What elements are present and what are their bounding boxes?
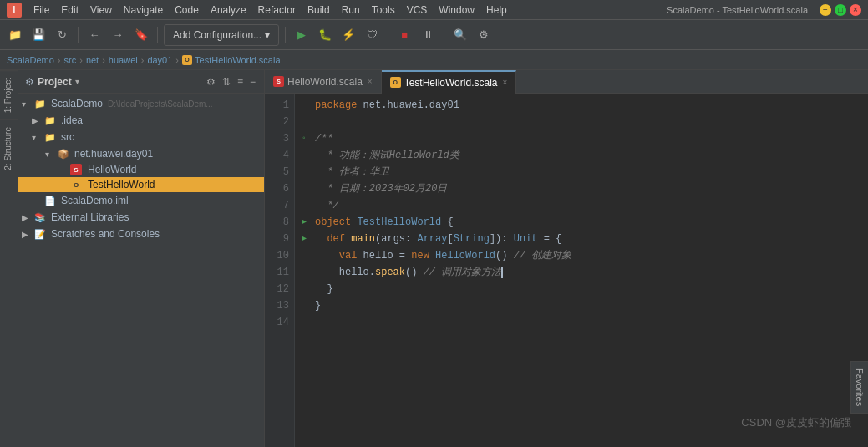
run-button[interactable]: ▶ xyxy=(292,25,312,45)
menu-file[interactable]: File xyxy=(28,3,54,18)
tab-testhelloworld-label: TestHelloWorld.scala xyxy=(404,77,498,89)
breadcrumb-day01[interactable]: day01 xyxy=(147,55,172,65)
line-number-5: 5 xyxy=(265,164,289,180)
breadcrumb-net[interactable]: net xyxy=(86,55,99,65)
code-editor[interactable]: 1234567891011121314 package net.huawei.d… xyxy=(265,94,868,447)
tree-item-package[interactable]: ▾ 📦 net.huawei.day01 xyxy=(18,145,264,162)
minimize-button[interactable]: − xyxy=(820,4,831,16)
panel-icon-cog: ⚙ xyxy=(25,76,34,88)
add-configuration-button[interactable]: Add Configuration... ▾ xyxy=(164,24,279,46)
token-plain: () xyxy=(405,264,424,281)
menu-code[interactable]: Code xyxy=(170,3,204,18)
separator-2 xyxy=(157,27,158,43)
extlibs-icon: 📚 xyxy=(33,211,47,224)
panel-settings-icon[interactable]: ≡ xyxy=(236,74,245,89)
tree-item-scratches[interactable]: ▶ 📝 Scratches and Consoles xyxy=(18,226,264,242)
menu-edit[interactable]: Edit xyxy=(56,3,84,18)
token-plain: } xyxy=(315,281,333,297)
breadcrumb-scalademo[interactable]: ScalaDemo xyxy=(7,55,54,65)
back-button[interactable]: ← xyxy=(84,25,104,45)
line-marker-8[interactable]: ▶ xyxy=(302,214,315,231)
tree-item-iml[interactable]: ▶ 📄 ScalaDemo.iml xyxy=(18,192,264,209)
menu-help[interactable]: Help xyxy=(481,3,512,18)
tab-testhelloworld[interactable]: O TestHelloWorld.scala × xyxy=(382,70,517,94)
menu-analyze[interactable]: Analyze xyxy=(206,3,251,18)
stop-button[interactable]: ■ xyxy=(394,25,414,45)
maximize-button[interactable]: □ xyxy=(835,4,846,16)
tree-item-root[interactable]: ▾ 📁 ScalaDemo D:\IdeaProjects\ScalaDem..… xyxy=(18,95,264,112)
scratches-arrow: ▶ xyxy=(22,230,32,239)
breadcrumb-file[interactable]: TestHelloWorld.scala xyxy=(195,55,281,65)
tree-item-idea[interactable]: ▶ 📁 .idea xyxy=(18,112,264,129)
tree-item-helloworld[interactable]: ▶ S HelloWorld xyxy=(18,162,264,177)
breadcrumb-huawei[interactable]: huawei xyxy=(109,55,138,65)
line-numbers: 1234567891011121314 xyxy=(265,94,295,447)
save-button[interactable]: 💾 xyxy=(28,25,48,45)
tree-item-testhelloworld[interactable]: ▶ O TestHelloWorld xyxy=(18,177,264,192)
panel-gear-icon[interactable]: ⚙ xyxy=(205,74,217,89)
tab-helloworld[interactable]: S HelloWorld.scala × xyxy=(265,70,382,94)
package-icon: 📦 xyxy=(57,147,70,160)
breadcrumb-sep-1: › xyxy=(58,55,61,65)
token-plain: } xyxy=(315,297,321,314)
token-kw: package xyxy=(315,97,357,114)
token-plain: hello. xyxy=(315,264,375,281)
line-marker-9[interactable]: ▶ xyxy=(302,231,315,247)
menu-refactor[interactable]: Refactor xyxy=(253,3,301,18)
code-content[interactable]: package net.huawei.day01◦/** * 功能：测试Hell… xyxy=(295,94,868,447)
code-line-2 xyxy=(302,114,861,130)
project-tab[interactable]: 1: Project xyxy=(0,70,18,119)
line-number-4: 4 xyxy=(265,147,289,164)
menu-tools[interactable]: Tools xyxy=(367,3,400,18)
tab-helloworld-label: HelloWorld.scala xyxy=(287,76,363,88)
testhelloworld-name: TestHelloWorld xyxy=(88,179,155,190)
panel-header: ⚙ Project ▾ ⚙ ⇅ ≡ − xyxy=(18,70,264,94)
menu-run[interactable]: Run xyxy=(337,3,365,18)
menu-build[interactable]: Build xyxy=(302,3,335,18)
open-folder-button[interactable]: 📁 xyxy=(5,25,25,45)
tree-item-extlibs[interactable]: ▶ 📚 External Libraries xyxy=(18,209,264,226)
scratches-icon: 📝 xyxy=(33,227,47,241)
separator-1 xyxy=(78,27,79,43)
forward-button[interactable]: → xyxy=(108,25,128,45)
token-cn: TestHelloWorld xyxy=(357,214,441,231)
src-folder-icon: 📁 xyxy=(43,130,57,144)
debug-button[interactable]: 🐛 xyxy=(315,25,335,45)
menu-view[interactable]: View xyxy=(85,3,117,18)
tab-helloworld-close[interactable]: × xyxy=(368,77,373,86)
menu-navigate[interactable]: Navigate xyxy=(119,3,168,18)
search-everywhere-button[interactable]: 🔍 xyxy=(450,25,470,45)
structure-tab[interactable]: 2: Structure xyxy=(0,119,18,177)
panel-icons: ⚙ ⇅ ≡ − xyxy=(205,74,257,89)
bookmark-button[interactable]: 🔖 xyxy=(131,25,151,45)
tree-item-src[interactable]: ▾ 📁 src xyxy=(18,129,264,145)
editor-area: S HelloWorld.scala × O TestHelloWorld.sc… xyxy=(265,70,868,447)
root-folder-icon: 📁 xyxy=(33,97,47,110)
token-plain: net.huawei.day01 xyxy=(357,97,459,114)
line-number-6: 6 xyxy=(265,180,289,197)
tab-testhelloworld-close[interactable]: × xyxy=(502,78,507,87)
tab-helloworld-icon: S xyxy=(273,76,284,87)
sync-button[interactable]: ↻ xyxy=(52,25,72,45)
pause-button[interactable]: ⏸ xyxy=(418,25,438,45)
breadcrumb-sep-2: › xyxy=(79,55,83,65)
menu-vcs[interactable]: VCS xyxy=(402,3,433,18)
window-controls: − □ × xyxy=(820,4,861,16)
favorites-tab[interactable]: Favorites xyxy=(850,361,868,414)
token-plain: hello = xyxy=(357,247,411,264)
panel-expand-icon[interactable]: ⇅ xyxy=(221,74,232,89)
breadcrumb-src[interactable]: src xyxy=(64,55,77,65)
panel-close-icon[interactable]: − xyxy=(248,74,257,89)
root-path: D:\IdeaProjects\ScalaDem... xyxy=(108,99,213,109)
panel-title-arrow[interactable]: ▾ xyxy=(75,77,79,86)
coverage-button[interactable]: 🛡 xyxy=(362,25,382,45)
menu-window[interactable]: Window xyxy=(434,3,480,18)
settings-button[interactable]: ⚙ xyxy=(474,25,494,45)
token-cn: Unit xyxy=(514,231,538,247)
profile-button[interactable]: ⚡ xyxy=(338,25,358,45)
code-line-4: * 功能：测试HelloWorld类 xyxy=(302,147,861,164)
extlibs-name: External Libraries xyxy=(51,211,129,223)
src-name: src xyxy=(61,131,74,143)
close-button[interactable]: × xyxy=(850,4,861,16)
line-number-9: 9 xyxy=(265,231,289,247)
